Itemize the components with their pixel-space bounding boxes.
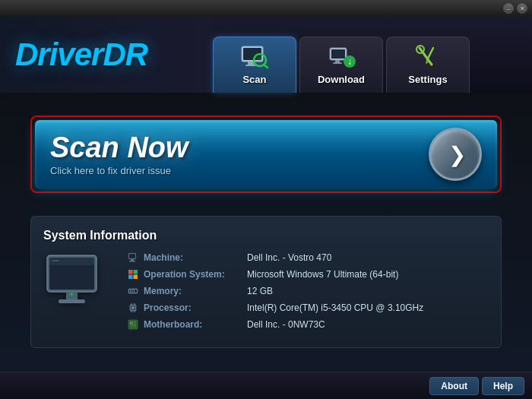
machine-label: Machine: (144, 252, 242, 263)
info-row-machine: Machine: Dell Inc. - Vostro 470 (127, 252, 489, 264)
svg-rect-2 (248, 62, 254, 65)
minimize-button[interactable]: – (503, 3, 514, 14)
scan-arrow-button[interactable]: ❯ (429, 128, 482, 181)
svg-rect-3 (245, 65, 256, 66)
svg-rect-19 (49, 258, 94, 265)
os-icon (127, 268, 139, 280)
memory-icon (127, 285, 139, 297)
content-area: Scan Now Click here to fix driver issue … (0, 93, 532, 371)
svg-rect-30 (128, 275, 133, 280)
info-table: Machine: Dell Inc. - Vostro 470 Operatio… (127, 252, 489, 335)
title-bar: – ✕ (0, 0, 532, 17)
settings-tab-icon (413, 43, 443, 71)
svg-rect-46 (134, 321, 136, 323)
help-button[interactable]: Help (482, 377, 524, 395)
scan-now-title: Scan Now (50, 133, 188, 162)
scan-icon (240, 45, 269, 69)
svg-rect-9 (335, 60, 340, 62)
motherboard-icon (127, 318, 139, 331)
memory-label: Memory: (144, 286, 242, 296)
svg-line-5 (264, 65, 268, 68)
svg-rect-25 (129, 254, 135, 258)
memory-value: 12 GB (247, 286, 273, 296)
svg-rect-31 (134, 275, 138, 280)
svg-point-6 (257, 57, 263, 63)
svg-text:↓: ↓ (347, 56, 352, 67)
scan-now-button[interactable]: Scan Now Click here to fix driver issue … (35, 120, 497, 188)
svg-rect-34 (130, 290, 131, 293)
svg-rect-26 (131, 259, 134, 261)
system-info-content: Machine: Dell Inc. - Vostro 470 Operatio… (43, 252, 489, 335)
download-tab-label: Download (318, 74, 365, 85)
logo-area: DriverDR (0, 17, 213, 93)
info-row-os: Operation System: Microsoft Windows 7 Ul… (127, 268, 489, 280)
system-info-title: System Information (43, 229, 489, 242)
info-row-memory: Memory: 12 GB (127, 285, 489, 297)
scan-button-wrapper: Scan Now Click here to fix driver issue … (30, 116, 502, 193)
close-button[interactable]: ✕ (517, 3, 527, 14)
nav-tabs: Scan ↓ Download (213, 17, 477, 93)
svg-rect-29 (134, 270, 138, 274)
machine-value: Dell Inc. - Vostro 470 (247, 252, 331, 263)
svg-point-22 (70, 293, 73, 296)
monitor-svg (43, 252, 112, 312)
svg-rect-39 (131, 306, 135, 309)
svg-rect-21 (59, 299, 85, 303)
settings-tab-label: Settings (408, 74, 447, 85)
download-tab-icon: ↓ (326, 43, 356, 71)
processor-label: Processor: (144, 302, 242, 313)
svg-rect-10 (333, 62, 342, 64)
svg-rect-36 (134, 290, 135, 293)
scan-text-area: Scan Now Click here to fix driver issue (50, 133, 188, 176)
about-button[interactable]: About (429, 377, 479, 395)
svg-line-15 (427, 48, 433, 60)
machine-icon (127, 252, 139, 264)
computer-icon (43, 252, 112, 312)
system-info-panel: System Information (30, 216, 502, 348)
svg-rect-35 (132, 290, 133, 293)
processor-value: Intel(R) Core(TM) i5-3450 CPU @ 3.10GHz (247, 302, 423, 313)
os-label: Operation System: (144, 269, 242, 280)
svg-rect-45 (130, 321, 133, 325)
info-row-processor: Processor: Intel(R) Core(TM) i5-3450 CPU… (127, 302, 489, 314)
arrow-right-icon: ❯ (448, 142, 466, 167)
tab-settings[interactable]: Settings (386, 36, 470, 93)
header: DriverDR Sc (0, 17, 532, 93)
app-logo: DriverDR (15, 36, 147, 73)
svg-rect-8 (331, 49, 345, 59)
scan-now-subtitle: Click here to fix driver issue (50, 165, 188, 176)
svg-rect-28 (128, 270, 133, 274)
app-container: DriverDR Sc (0, 17, 532, 399)
info-row-motherboard: Motherboard: Dell Inc. - 0NW73C (127, 318, 489, 331)
tab-download[interactable]: ↓ Download (299, 36, 383, 93)
scan-tab-icon (239, 43, 270, 71)
scan-tab-label: Scan (242, 74, 266, 85)
svg-rect-27 (129, 261, 135, 262)
motherboard-value: Dell Inc. - 0NW73C (247, 319, 325, 330)
os-value: Microsoft Windows 7 Ultimate (64-bit) (247, 269, 398, 280)
settings-icon (413, 45, 442, 69)
processor-icon (127, 302, 139, 314)
motherboard-label: Motherboard: (144, 319, 242, 330)
window-controls: – ✕ (503, 3, 527, 14)
tab-scan[interactable]: Scan (213, 36, 296, 93)
download-icon: ↓ (327, 45, 356, 69)
bottom-bar: About Help (0, 372, 532, 399)
